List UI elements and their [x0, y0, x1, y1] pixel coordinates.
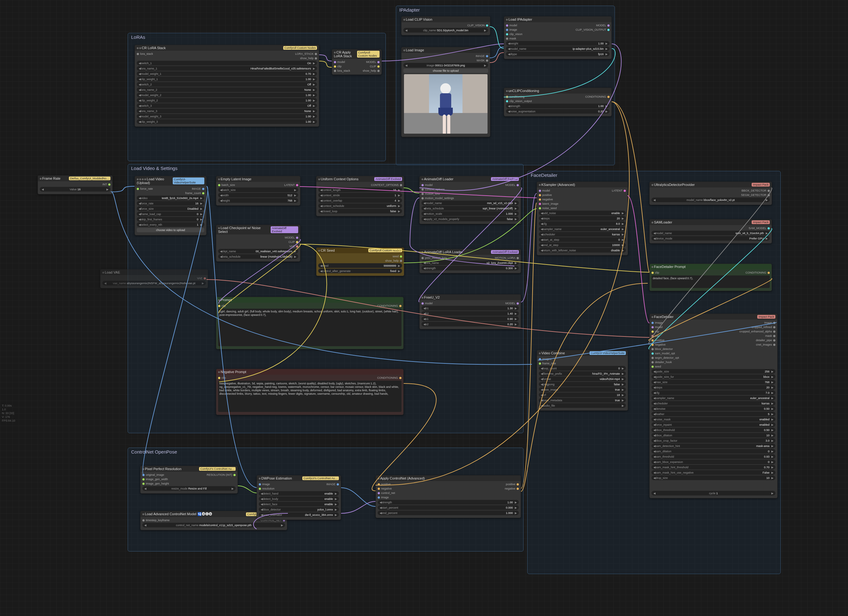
load-vae-node[interactable]: Load VAE VAE ◀vae_name abyssorangemix2NS…	[100, 269, 208, 288]
widget-sampler_name[interactable]: ◀sampler_nameeuler_ancestral▶	[539, 227, 626, 231]
widget-strength[interactable]: ◀strength1.00▶	[506, 104, 609, 108]
widget-switch_2[interactable]: ◀switch_2Off▶	[137, 82, 317, 87]
widget-guide_size[interactable]: ◀guide_size256▶	[651, 369, 775, 374]
widget-feather[interactable]: ◀feather5▶	[651, 412, 775, 416]
cr-lora-stack-node[interactable]: CR LoRA StackComfyroll Custom Nodes lora…	[135, 45, 319, 127]
widget-end_at_step[interactable]: ◀end_at_step10000▶	[539, 243, 626, 247]
widget-context_length[interactable]: ◀context_length16▶	[318, 187, 402, 192]
widget-denoise[interactable]: ◀denoise0.50▶	[651, 406, 775, 411]
choose-video-button[interactable]: choose video to upload	[137, 228, 204, 232]
widget-width[interactable]: ◀width512▶	[218, 193, 298, 197]
widget-video[interactable]: ◀videotestB_fp16_510x860_2s.mp4▶	[137, 196, 204, 200]
clip-name-widget[interactable]: ◀clip_name SD1.5/pytorch_model.bin▶	[403, 28, 488, 33]
widget-lora_name_3[interactable]: ◀lora_name_3None▶	[137, 108, 317, 113]
widget-sam_mask_hint_threshold[interactable]: ◀sam_mask_hint_threshold0.70▶	[651, 465, 775, 469]
widget-dtype[interactable]: ◀dtypefp16▶	[506, 52, 609, 56]
widget-pingpong[interactable]: ◀pingpongfalse▶	[539, 382, 626, 387]
widget-seed[interactable]: ◀seed99999999▶	[318, 263, 402, 268]
negative-prompt-node[interactable]: Negative Prompt clipCONDITIONING easyneg…	[216, 369, 404, 415]
widget-model_name[interactable]: ◀model_nameip-adapter-plus_sd15.bin▶	[506, 46, 609, 51]
widget-model_name[interactable]: ◀model_namemm_sd_v15_v2.ckpt▶	[421, 200, 519, 205]
sam-loader-node[interactable]: SAMLoaderImpact Pack SAM_MODEL ◀model_na…	[649, 219, 772, 243]
widget-beta_schedule[interactable]: ◀beta_schedulelinear (HotshotXL/default)…	[218, 254, 298, 259]
load-clip-vision-node[interactable]: Load CLIP Vision CLIP_VISION ◀clip_name …	[401, 16, 490, 36]
widget-bbox_detector[interactable]: ◀bbox_detectoryolox_l.onnx▶	[259, 507, 339, 512]
widget-bbox_crop_factor[interactable]: ◀bbox_crop_factor3.0▶	[651, 438, 775, 443]
widget-s1[interactable]: ◀s10.90▶	[421, 316, 519, 321]
widget-audio_file[interactable]: ◀audio_file▶	[539, 403, 626, 408]
choose-file-button[interactable]: choose file to upload	[403, 68, 488, 73]
freeu-node[interactable]: FreeU_V2 modelMODEL ◀b11.30▶◀b21.40▶◀s10…	[419, 294, 521, 329]
widget-ckpt_name[interactable]: ◀ckpt_name00_realisian_v40.safetensors▶	[218, 249, 298, 254]
animatediff-lora-loader-node[interactable]: AnimateDiff LoRA LoaderAnimateDiff Evolv…	[419, 249, 521, 273]
widget-device_mode[interactable]: ◀device_modePrefer GPU▶	[651, 236, 770, 241]
widget-b1[interactable]: ◀b11.30▶	[421, 306, 519, 310]
widget-scheduler[interactable]: ◀schedulerkarras▶	[651, 401, 775, 406]
load-image-node[interactable]: Load Image IMAGE MASK ◀image 00011-34321…	[401, 47, 490, 137]
unclip-node[interactable]: unCLIPConditioning conditioningclip_visi…	[504, 88, 612, 116]
widget-cfg[interactable]: ◀cfg7.0▶	[651, 390, 775, 395]
widget-pose_estimator[interactable]: ◀pose_estimatordw-ll_ucoco_384.onnx▶	[259, 512, 339, 517]
widget-loop_count[interactable]: ◀loop_count0▶	[539, 366, 626, 371]
widget-sam_dilation[interactable]: ◀sam_dilation0▶	[651, 449, 775, 454]
widget-force_inpaint[interactable]: ◀force_inpaintenabled▶	[651, 422, 775, 427]
widget-clip_weight_2[interactable]: ◀clip_weight_21.00▶	[137, 98, 317, 102]
widget-s2[interactable]: ◀s20.20▶	[421, 322, 519, 327]
widget-end_percent[interactable]: ◀end_percent1.000▶	[378, 511, 519, 515]
widget-detect_body[interactable]: ◀detect_bodyenable▶	[259, 496, 339, 501]
widget-return_with_leftover_noise[interactable]: ◀return_with_leftover_noisedisable▶	[539, 248, 626, 252]
apply-cn-node[interactable]: Apply ControlNet (Advanced) positive neg…	[375, 475, 521, 518]
widget-sam_bbox_expansion[interactable]: ◀sam_bbox_expansion0▶	[651, 460, 775, 464]
widget-add_noise[interactable]: ◀add_noiseenable▶	[539, 211, 626, 215]
widget-switch_1[interactable]: ◀switch_1On▶	[137, 61, 317, 65]
widget-batch_size[interactable]: ◀batch_size▶	[218, 187, 298, 192]
widget-format[interactable]: ◀formatvideo/h264-mp4▶	[539, 377, 626, 381]
widget-start_percent[interactable]: ◀start_percent0.000▶	[378, 505, 519, 510]
widget-noise_augmentation[interactable]: ◀noise_augmentation0.20▶	[506, 109, 609, 114]
widget-detect_face[interactable]: ◀detect_faceenable▶	[259, 502, 339, 506]
widget-model_weight_3[interactable]: ◀model_weight_31.00▶	[137, 114, 317, 119]
widget-lora_name[interactable]: ◀lora_namev2_lora_ZoomIn.ckpt▶	[421, 260, 519, 265]
video-combine-node[interactable]: Video CombineComfyUI-VideoHelperSuite im…	[537, 350, 628, 411]
widget-bbox_dilation[interactable]: ◀bbox_dilation10▶	[651, 433, 775, 438]
widget-clip_weight_3[interactable]: ◀clip_weight_31.00▶	[137, 119, 317, 124]
image-path-widget[interactable]: ◀image 00011-3432187609.png▶	[403, 63, 488, 68]
load-checkpoint-node[interactable]: Load Checkpoint w/ Noise SelectAnimateDi…	[216, 225, 300, 262]
ksampler-node[interactable]: KSampler (Advanced) model positive negat…	[537, 181, 628, 255]
empty-latent-node[interactable]: Empty Latent Image batch_sizeLATENT ◀bat…	[216, 176, 300, 206]
widget-crf[interactable]: ◀crf18▶	[539, 392, 626, 397]
widget-steps[interactable]: ◀steps20▶	[539, 216, 626, 221]
widget-context_stride[interactable]: ◀context_stride1▶	[318, 193, 402, 197]
fd-prompt-text[interactable]: detailed face, (face upward:0.7),	[651, 275, 770, 288]
animatediff-loader-node[interactable]: AnimateDiff LoaderAnimateDiff Evolved mo…	[419, 176, 521, 224]
widget-beta_schedule[interactable]: ◀beta_schedulesqrt_linear (AnimateDiff)▶	[421, 206, 519, 211]
widget-clip_weight_1[interactable]: ◀clip_weight_11.00▶	[137, 77, 317, 82]
widget-closed_loop[interactable]: ◀closed_loopfalse▶	[318, 209, 402, 214]
fd-cycle-widget[interactable]: ◀cycle 1▶	[651, 491, 775, 496]
widget-strength[interactable]: ◀strength1.00▶	[378, 500, 519, 505]
widget-skip_first_frames[interactable]: ◀skip_first_frames0▶	[137, 217, 204, 222]
widget-sam_threshold[interactable]: ◀sam_threshold0.93▶	[651, 454, 775, 459]
widget-model_weight_1[interactable]: ◀model_weight_10.70▶	[137, 71, 317, 76]
ultralytics-node[interactable]: UltralyticsDetectorProviderImpact Pack B…	[649, 181, 772, 205]
widget-strength[interactable]: ◀strength0.300▶	[421, 266, 519, 270]
widget-scheduler[interactable]: ◀schedulerkarras▶	[539, 232, 626, 237]
ppr-resize-widget[interactable]: ◀resize_mode Resize and Fill▶	[142, 486, 236, 491]
widget-sam_mask_hint_use_negative[interactable]: ◀sam_mask_hint_use_negativeFalse▶	[651, 470, 775, 475]
widget-start_at_step[interactable]: ◀start_at_step0▶	[539, 237, 626, 242]
widget-save_image[interactable]: ◀save_imagetrue▶	[539, 387, 626, 392]
vae-name-widget[interactable]: ◀vae_name abyssorangemix2NSFW_abyssorang…	[102, 281, 206, 285]
widget-noise_mask[interactable]: ◀noise_maskenabled▶	[651, 417, 775, 422]
widget-height[interactable]: ◀height768▶	[218, 198, 298, 203]
widget-motion_scale[interactable]: ◀motion_scale1.000▶	[421, 211, 519, 216]
cn-model-widget[interactable]: ◀control_net_name models/control_v11p_sd…	[142, 523, 285, 527]
frame-rate-value[interactable]: ◀Value 16▶	[40, 187, 110, 191]
widget-bbox_threshold[interactable]: ◀bbox_threshold0.50▶	[651, 427, 775, 432]
widget-lora_name_1[interactable]: ◀lora_name_1Hina/hinaFailedButSmellsGood…	[137, 66, 317, 71]
widget-steps[interactable]: ◀steps20▶	[651, 385, 775, 390]
widget-cfg[interactable]: ◀cfg8.0▶	[539, 221, 626, 226]
widget-b2[interactable]: ◀b21.40▶	[421, 311, 519, 316]
widget-save_metadata[interactable]: ◀save_metadatatrue▶	[539, 398, 626, 402]
widget-detect_hand[interactable]: ◀detect_handenable▶	[259, 491, 339, 496]
widget-weight[interactable]: ◀weight1.00▶	[506, 41, 609, 46]
